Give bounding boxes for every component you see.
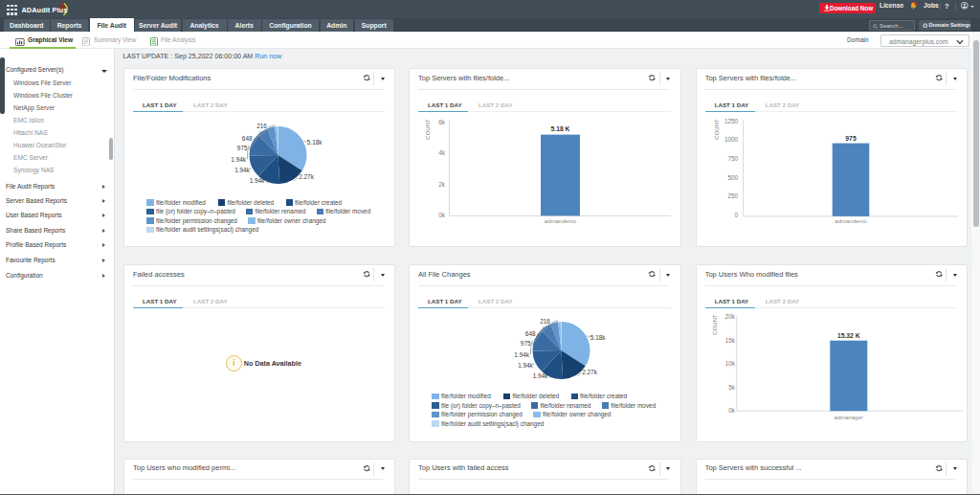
svg-text:1250: 1250	[724, 118, 739, 124]
svg-text:0k: 0k	[728, 407, 736, 414]
svg-text:COUNT: COUNT	[714, 119, 720, 140]
svg-text:2k: 2k	[438, 181, 446, 188]
svg-text:COUNT: COUNT	[712, 314, 718, 335]
svg-text:admanager: admanager	[834, 415, 862, 420]
svg-text:4k: 4k	[438, 149, 446, 156]
svg-text:750: 750	[727, 155, 738, 162]
svg-text:5k: 5k	[728, 384, 736, 391]
svg-text:975: 975	[845, 135, 857, 142]
svg-text:admandemo: admandemo	[835, 218, 867, 224]
svg-text:10k: 10k	[725, 360, 736, 367]
svg-text:0k: 0k	[438, 212, 446, 218]
svg-text:COUNT: COUNT	[425, 119, 431, 140]
svg-text:15.32 K: 15.32 K	[837, 332, 860, 339]
svg-text:5.18 K: 5.18 K	[550, 125, 569, 132]
svg-text:admandemo: admandemo	[545, 218, 577, 224]
svg-text:500: 500	[727, 174, 738, 181]
svg-text:0: 0	[734, 212, 738, 218]
svg-text:1000: 1000	[724, 136, 739, 143]
svg-text:20k: 20k	[725, 313, 736, 320]
svg-text:15k: 15k	[725, 337, 736, 344]
svg-text:250: 250	[727, 192, 738, 199]
svg-text:6k: 6k	[438, 119, 446, 125]
